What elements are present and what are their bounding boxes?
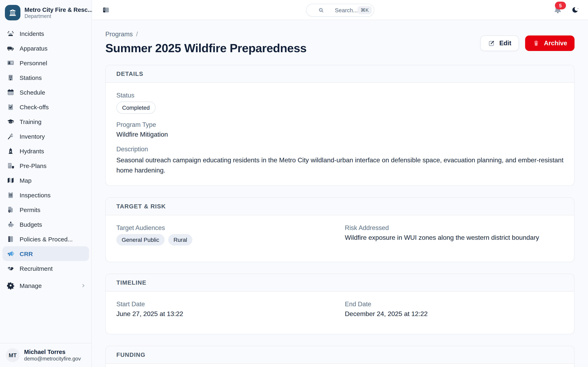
details-card-header: DETAILS — [116, 71, 563, 77]
sidebar-item-inventory[interactable]: Inventory — [2, 129, 89, 143]
app-root: Metro City Fire & Resc... Department Inc… — [0, 0, 588, 367]
collapse-sidebar-button[interactable] — [100, 4, 112, 16]
sidebar-item-crr[interactable]: CRR — [2, 246, 89, 261]
sidebar-item-pre-plans[interactable]: Pre-Plans — [2, 158, 89, 173]
sidebar-item-schedule[interactable]: Schedule — [2, 85, 89, 100]
sidebar-item-personnel[interactable]: Personnel — [2, 55, 89, 70]
risk-addressed-value: Wildfire exposure in WUI zones along the… — [345, 234, 563, 242]
calendar-icon — [7, 88, 15, 96]
sidebar-item-incidents[interactable]: Incidents — [2, 26, 89, 41]
sidebar-item-recruitment[interactable]: Recruitment — [2, 261, 89, 276]
megaphone-icon — [7, 250, 15, 258]
sidebar-item-inspections[interactable]: Inspections — [2, 188, 89, 202]
user-name: Michael Torres — [24, 349, 81, 355]
gear-icon — [7, 281, 15, 290]
sidebar-item-label: Apparatus — [20, 45, 48, 52]
funding-card: FUNDING Grant Funded No — [105, 346, 575, 367]
funding-card-header: FUNDING — [116, 351, 563, 358]
start-date-label: Start Date — [116, 300, 335, 308]
sidebar-item-label: Budgets — [20, 221, 42, 228]
risk-addressed-label: Risk Addressed — [345, 224, 563, 232]
sidebar-item-label: Inspections — [20, 192, 51, 198]
sidebar-item-apparatus[interactable]: Apparatus — [2, 41, 89, 55]
panel-left-icon — [100, 4, 112, 16]
description-value: Seasonal outreach campaign educating res… — [116, 156, 563, 176]
archive-button[interactable]: Archive — [525, 35, 575, 51]
graduation-cap-icon — [7, 117, 15, 125]
sidebar-item-label: Schedule — [20, 89, 45, 96]
sidebar-item-policies-proced[interactable]: Policies & Proced... — [2, 232, 89, 246]
timeline-card-header: TIMELINE — [116, 279, 563, 286]
edit-button-label: Edit — [499, 40, 511, 47]
sidebar-nav: IncidentsApparatusPersonnelStationsSched… — [0, 25, 91, 293]
notebook-icon — [7, 235, 15, 243]
department-switcher[interactable]: Metro City Fire & Resc... Department — [5, 5, 86, 20]
search-input[interactable]: Search... ⌘K — [306, 4, 374, 17]
fire-truck-icon — [7, 44, 15, 52]
piggy-bank-icon — [7, 220, 15, 228]
user-email: demo@metrocityfire.gov — [24, 356, 81, 362]
timeline-card: TIMELINE Start Date June 27, 2025 at 13:… — [105, 274, 575, 334]
permit-icon — [7, 206, 15, 214]
moon-icon — [571, 5, 581, 15]
breadcrumb: Programs / — [105, 31, 306, 38]
topbar: Search... ⌘K 5 — [92, 0, 588, 20]
notifications-button[interactable]: 5 — [553, 5, 563, 15]
department-name: Metro City Fire & Resc... — [25, 6, 93, 13]
chevron-right-icon: › — [82, 281, 85, 289]
map-icon — [7, 176, 15, 184]
edit-pencil-icon — [488, 36, 495, 50]
status-label: Status — [116, 92, 563, 99]
sidebar-item-training[interactable]: Training — [2, 114, 89, 129]
end-date-value: December 24, 2025 at 12:22 — [345, 310, 563, 318]
sidebar-item-label: Map — [20, 177, 31, 184]
hydrant-icon — [7, 147, 15, 155]
clipboard-list-icon — [7, 191, 15, 199]
sidebar-item-permits[interactable]: Permits — [2, 202, 89, 217]
sidebar-item-label: Pre-Plans — [20, 162, 47, 169]
main-area: Search... ⌘K 5 Programs / — [92, 0, 588, 367]
audience-pill: Rural — [168, 234, 192, 245]
sidebar-item-check-offs[interactable]: Check-offs — [2, 100, 89, 114]
sidebar-item-manage[interactable]: Manage› — [2, 278, 89, 293]
clipboard-check-icon — [7, 103, 15, 111]
sidebar-item-hydrants[interactable]: Hydrants — [2, 143, 89, 158]
sidebar-item-label: Personnel — [20, 59, 47, 66]
dark-mode-toggle[interactable] — [571, 5, 581, 15]
program-type-label: Program Type — [116, 121, 563, 129]
siren-icon — [7, 29, 15, 38]
office-building-icon — [7, 73, 15, 82]
target-risk-card-header: TARGET & RISK — [116, 203, 563, 210]
sidebar-item-label: Inventory — [20, 133, 45, 140]
breadcrumb-separator: / — [136, 31, 138, 38]
end-date-label: End Date — [345, 300, 563, 308]
sidebar-item-label: Incidents — [20, 30, 44, 37]
target-audiences-label: Target Audiences — [116, 224, 335, 232]
breadcrumb-programs-link[interactable]: Programs — [105, 31, 133, 38]
audience-pill: General Public — [116, 234, 164, 245]
sidebar-item-label: Stations — [20, 74, 42, 81]
sidebar-item-label: Check-offs — [20, 103, 49, 110]
target-audiences-list: General PublicRural — [116, 234, 335, 245]
details-card: DETAILS Status Completed Program Type Wi… — [105, 65, 575, 186]
sidebar: Metro City Fire & Resc... Department Inc… — [0, 0, 92, 367]
page-title: Summer 2025 Wildfire Preparedness — [105, 42, 306, 55]
user-menu[interactable]: MT Michael Torres demo@metrocityfire.gov — [0, 343, 91, 367]
sidebar-item-label: Permits — [20, 206, 40, 213]
edit-button[interactable]: Edit — [480, 35, 519, 51]
target-risk-card: TARGET & RISK Target Audiences General P… — [105, 197, 575, 262]
trash-icon — [532, 35, 540, 51]
sidebar-item-map[interactable]: Map — [2, 173, 89, 188]
sidebar-item-label: Policies & Proced... — [20, 235, 73, 242]
search-icon — [310, 4, 332, 16]
building-shield-icon — [7, 161, 15, 170]
bank-icon — [5, 5, 20, 20]
notifications-badge: 5 — [555, 2, 566, 9]
sidebar-item-label: Hydrants — [20, 147, 44, 154]
sidebar-item-budgets[interactable]: Budgets — [2, 217, 89, 232]
sidebar-item-stations[interactable]: Stations — [2, 70, 89, 85]
sidebar-item-label: Training — [20, 118, 42, 125]
page-content: Programs / Summer 2025 Wildfire Prepared… — [92, 20, 588, 367]
page-header: Programs / Summer 2025 Wildfire Prepared… — [105, 31, 575, 55]
id-card-icon — [7, 59, 15, 67]
